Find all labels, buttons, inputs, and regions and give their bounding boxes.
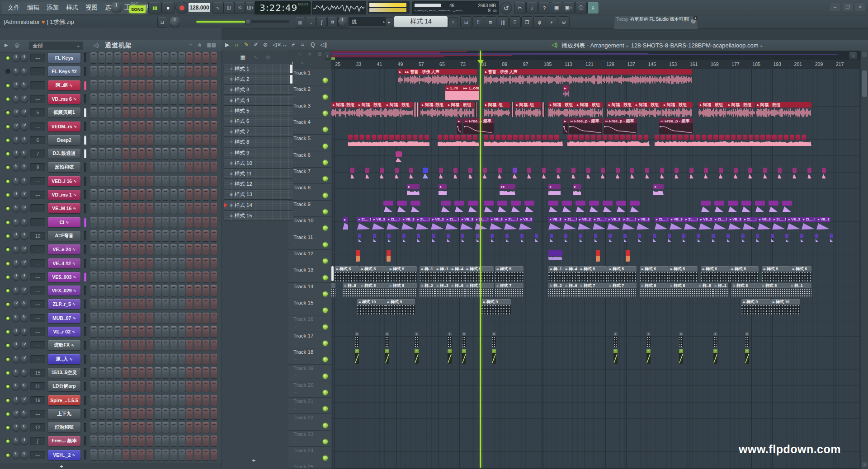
- channel-target-display[interactable]: ---: [30, 451, 45, 459]
- clip[interactable]: [704, 168, 708, 178]
- step-cell[interactable]: [211, 244, 217, 255]
- channel-pan-knob[interactable]: [13, 383, 20, 390]
- clip[interactable]: [542, 102, 545, 117]
- clip[interactable]: ▸ VE..3: [758, 217, 772, 230]
- step-cell[interactable]: [186, 367, 193, 378]
- step-cell[interactable]: [194, 340, 201, 351]
- mini-clip[interactable]: [395, 168, 399, 173]
- step-cell[interactable]: [146, 367, 153, 378]
- clip[interactable]: ≡ 样..1: [548, 266, 564, 281]
- step-cell[interactable]: [170, 285, 177, 296]
- next-icon[interactable]: →: [306, 17, 316, 28]
- step-cell[interactable]: [146, 408, 153, 419]
- playhead-marker[interactable]: [477, 60, 484, 64]
- track-header[interactable]: Track 4⋯: [288, 118, 331, 135]
- mini-audio-clip[interactable]: [760, 135, 765, 140]
- step-cell[interactable]: [99, 354, 105, 365]
- mini-clip[interactable]: [484, 201, 494, 206]
- clip[interactable]: [755, 201, 765, 212]
- mini-audio-clip[interactable]: [591, 135, 595, 140]
- mini-clip[interactable]: [468, 168, 472, 173]
- step-cell[interactable]: [99, 217, 105, 228]
- step-cell[interactable]: [138, 272, 145, 282]
- browser-icon[interactable]: ⌺: [509, 16, 521, 28]
- step-cell[interactable]: [99, 326, 105, 337]
- track-options[interactable]: ⋯: [293, 94, 298, 98]
- clip[interactable]: ≡ 样式 5: [762, 266, 791, 281]
- clip[interactable]: ▸ ZL.._!: [387, 217, 401, 230]
- mini-clip[interactable]: [755, 201, 765, 206]
- step-cell[interactable]: [123, 94, 129, 104]
- clip[interactable]: [423, 168, 428, 178]
- clip[interactable]: ≡ 样式 8: [669, 283, 698, 298]
- step-cell[interactable]: [90, 272, 97, 282]
- clip[interactable]: [491, 234, 494, 243]
- step-cell[interactable]: [179, 148, 185, 159]
- clip[interactable]: ≡: [415, 332, 419, 347]
- track-options[interactable]: ⋯: [293, 275, 298, 279]
- mini-clip[interactable]: [468, 201, 478, 206]
- step-cell[interactable]: [203, 94, 209, 104]
- step-cell[interactable]: [194, 107, 201, 118]
- step-cell[interactable]: [203, 354, 209, 365]
- channel-pan-knob[interactable]: [13, 424, 20, 431]
- track-led[interactable]: [323, 193, 328, 198]
- channel-target-display[interactable]: ---: [30, 314, 45, 322]
- step-cell[interactable]: [138, 408, 145, 419]
- track-options[interactable]: ⋯: [293, 192, 298, 197]
- step-cell[interactable]: [162, 176, 169, 187]
- clip[interactable]: [609, 234, 612, 243]
- step-cell[interactable]: [90, 340, 97, 351]
- step-cell[interactable]: [203, 148, 209, 159]
- patterns-tab[interactable]: ▦: [241, 54, 245, 61]
- channel-pan-knob[interactable]: [13, 123, 20, 130]
- mini-clip[interactable]: [402, 234, 406, 238]
- menu-文件[interactable]: 文件: [4, 4, 24, 12]
- clip[interactable]: [712, 234, 715, 243]
- channel-led[interactable]: [5, 439, 10, 444]
- mini-audio-clip[interactable]: [597, 135, 601, 140]
- step-cell[interactable]: [170, 189, 177, 200]
- step-cell[interactable]: [114, 94, 121, 104]
- mini-clip[interactable]: [616, 168, 620, 173]
- mini-clip[interactable]: [548, 250, 562, 256]
- clip[interactable]: ≡ 样式 7: [608, 283, 637, 298]
- channel-volume-knob[interactable]: [21, 95, 28, 103]
- step-cell[interactable]: [179, 408, 185, 419]
- channel-button[interactable]: VD..ms 6∿: [48, 94, 80, 104]
- clip[interactable]: ≡ 样式 5: [335, 266, 359, 281]
- channel-volume-knob[interactable]: [21, 205, 28, 212]
- track-led[interactable]: [323, 242, 328, 247]
- track-led[interactable]: [323, 439, 328, 444]
- step-cell[interactable]: [138, 244, 145, 255]
- clip[interactable]: [800, 234, 803, 243]
- step-cell[interactable]: [155, 258, 161, 269]
- step-cell[interactable]: [123, 121, 129, 132]
- step-cell[interactable]: [170, 66, 177, 77]
- step-cell[interactable]: [155, 107, 161, 118]
- clip[interactable]: [726, 234, 730, 243]
- mini-audio-clip[interactable]: [620, 135, 625, 140]
- clip[interactable]: ≡ 样式 7: [465, 283, 494, 298]
- step-cell[interactable]: [138, 285, 145, 296]
- clip[interactable]: ≡: [385, 332, 389, 347]
- channel-pan-knob[interactable]: [13, 314, 20, 322]
- clip[interactable]: ≡ 样式 5: [608, 266, 637, 281]
- step-cell[interactable]: [114, 299, 121, 310]
- clip[interactable]: ▸ 阿福 - 鼓组: [662, 102, 693, 117]
- channel-button[interactable]: 低频贝斯1: [48, 108, 80, 117]
- channel-pan-knob[interactable]: [13, 95, 20, 103]
- mini-clip[interactable]: [586, 168, 590, 173]
- channel-pan-knob[interactable]: [13, 109, 20, 116]
- step-cell[interactable]: [123, 285, 129, 296]
- step-cell[interactable]: [99, 52, 105, 63]
- mini-audio-clip[interactable]: [585, 135, 590, 140]
- step-cell[interactable]: [90, 422, 97, 433]
- channel-led[interactable]: [5, 302, 10, 307]
- step-cell[interactable]: [162, 258, 169, 269]
- track-led[interactable]: [323, 324, 328, 329]
- step-cell[interactable]: [123, 52, 129, 63]
- step-cell[interactable]: [155, 422, 161, 433]
- clip[interactable]: ≡ 样..6: [564, 283, 579, 298]
- step-cell[interactable]: [131, 121, 137, 132]
